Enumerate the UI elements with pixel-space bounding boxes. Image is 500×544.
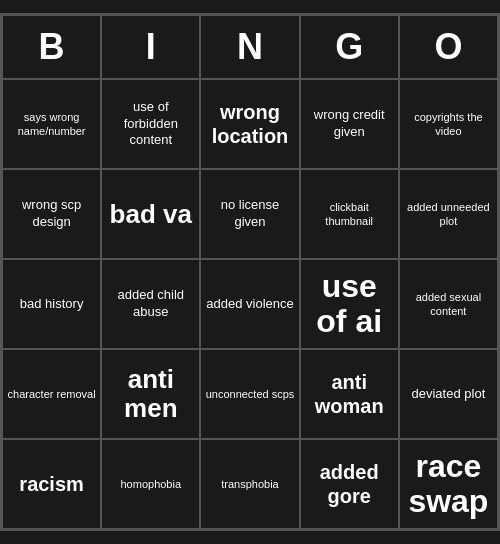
cell-label: race swap: [404, 449, 493, 519]
bingo-cell[interactable]: wrong credit given: [300, 79, 399, 169]
cell-label: added sexual content: [404, 290, 493, 319]
bingo-grid: says wrong name/numberuse of forbidden c…: [2, 79, 498, 529]
bingo-cell[interactable]: no license given: [200, 169, 299, 259]
bingo-cell[interactable]: transphobia: [200, 439, 299, 529]
bingo-cell[interactable]: copyrights the video: [399, 79, 498, 169]
cell-label: clickbait thumbnail: [305, 200, 394, 229]
bingo-cell[interactable]: anti woman: [300, 349, 399, 439]
bingo-cell[interactable]: added unneeded plot: [399, 169, 498, 259]
cell-label: copyrights the video: [404, 110, 493, 139]
cell-label: transphobia: [221, 477, 279, 491]
cell-label: racism: [19, 472, 84, 496]
bingo-cell[interactable]: race swap: [399, 439, 498, 529]
bingo-cell[interactable]: use of forbidden content: [101, 79, 200, 169]
cell-label: no license given: [205, 197, 294, 231]
bingo-cell[interactable]: bad history: [2, 259, 101, 349]
bingo-header: BINGO: [2, 15, 498, 79]
cell-label: says wrong name/number: [7, 110, 96, 139]
header-letter: G: [300, 15, 399, 79]
header-letter: O: [399, 15, 498, 79]
cell-label: use of ai: [305, 269, 394, 339]
bingo-cell[interactable]: character removal: [2, 349, 101, 439]
bingo-cell[interactable]: bad va: [101, 169, 200, 259]
bingo-cell[interactable]: use of ai: [300, 259, 399, 349]
bingo-cell[interactable]: anti men: [101, 349, 200, 439]
cell-label: added violence: [206, 296, 293, 313]
bingo-cell[interactable]: says wrong name/number: [2, 79, 101, 169]
bingo-cell[interactable]: unconnected scps: [200, 349, 299, 439]
cell-label: bad history: [20, 296, 84, 313]
bingo-cell[interactable]: wrong scp design: [2, 169, 101, 259]
cell-label: added child abuse: [106, 287, 195, 321]
cell-label: wrong location: [205, 100, 294, 148]
cell-label: deviated plot: [412, 386, 486, 403]
cell-label: bad va: [110, 200, 192, 229]
bingo-cell[interactable]: added gore: [300, 439, 399, 529]
header-letter: I: [101, 15, 200, 79]
bingo-cell[interactable]: homophobia: [101, 439, 200, 529]
bingo-cell[interactable]: clickbait thumbnail: [300, 169, 399, 259]
cell-label: added gore: [305, 460, 394, 508]
cell-label: anti woman: [305, 370, 394, 418]
cell-label: character removal: [8, 387, 96, 401]
cell-label: wrong scp design: [7, 197, 96, 231]
bingo-cell[interactable]: added child abuse: [101, 259, 200, 349]
cell-label: homophobia: [121, 477, 182, 491]
cell-label: unconnected scps: [206, 387, 295, 401]
cell-label: added unneeded plot: [404, 200, 493, 229]
header-letter: N: [200, 15, 299, 79]
bingo-cell[interactable]: deviated plot: [399, 349, 498, 439]
cell-label: anti men: [106, 365, 195, 422]
header-letter: B: [2, 15, 101, 79]
bingo-cell[interactable]: added violence: [200, 259, 299, 349]
bingo-cell[interactable]: added sexual content: [399, 259, 498, 349]
cell-label: use of forbidden content: [106, 99, 195, 150]
bingo-cell[interactable]: wrong location: [200, 79, 299, 169]
bingo-card: BINGO says wrong name/numberuse of forbi…: [0, 13, 500, 531]
bingo-cell[interactable]: racism: [2, 439, 101, 529]
cell-label: wrong credit given: [305, 107, 394, 141]
